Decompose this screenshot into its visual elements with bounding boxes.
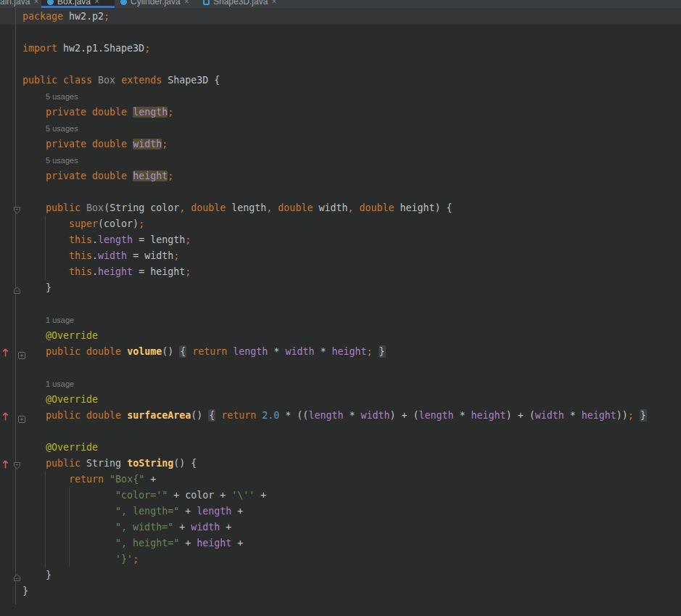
code-token-fld: length xyxy=(197,506,231,517)
code-token-def xyxy=(22,442,46,453)
code-token-def: = height xyxy=(133,266,185,277)
code-token-def xyxy=(22,107,46,118)
code-token-gray: Box xyxy=(86,202,104,213)
code-token-fldhl: width xyxy=(133,139,162,149)
code-token-def xyxy=(22,506,115,517)
code-token-def: } xyxy=(22,586,28,596)
close-icon[interactable]: × xyxy=(94,0,99,6)
override-arrow-icon[interactable] xyxy=(2,411,9,424)
code-token-fld: height xyxy=(582,410,616,421)
close-icon[interactable]: × xyxy=(33,0,38,6)
code-token-kw: ; xyxy=(185,234,191,245)
code-line[interactable]: ", length=" + length + xyxy=(22,504,243,520)
code-line[interactable]: '}'; xyxy=(22,551,139,567)
code-token-kw: import xyxy=(22,43,57,54)
code-line[interactable]: } xyxy=(22,583,28,599)
code-line[interactable]: ", width=" + width + xyxy=(22,520,231,535)
code-line[interactable]: this.width = width; xyxy=(22,248,179,264)
java-abstract-class-icon xyxy=(203,0,210,5)
code-line[interactable]: private double width; xyxy=(22,136,168,152)
tab-cylinder-java[interactable]: Cylinder.java × xyxy=(115,0,197,8)
code-token-kw: ; xyxy=(628,410,634,421)
code-token-kw: ; xyxy=(104,11,110,22)
code-line[interactable]: ", height=" + height + xyxy=(22,535,243,551)
code-token-def xyxy=(115,75,121,86)
usages-inlay-hint[interactable]: 5 usages xyxy=(46,89,78,104)
code-token-def: . xyxy=(92,234,98,245)
code-token-kw: ; xyxy=(168,107,173,118)
tab-box-java[interactable]: Box.java × xyxy=(41,0,115,8)
code-line[interactable]: private double height; xyxy=(22,168,173,184)
code-token-kw: extends xyxy=(121,75,162,86)
code-line[interactable]: import hw2.p1.Shape3D; xyxy=(22,41,150,57)
java-class-icon xyxy=(47,0,54,5)
code-token-def: + xyxy=(173,522,191,533)
code-token-def: height) { xyxy=(395,202,453,213)
code-token-fold: } xyxy=(379,345,386,358)
code-line[interactable]: private double length; xyxy=(22,104,173,120)
code-token-fld: height xyxy=(98,266,133,277)
code-token-fldhl: length xyxy=(133,107,168,118)
code-line[interactable]: public double surfaceArea() { return 2.0… xyxy=(22,408,647,424)
code-token-def: + xyxy=(231,506,243,517)
code-token-def xyxy=(22,250,69,261)
code-editor[interactable]: package hw2.p2;import hw2.p1.Shape3D;pub… xyxy=(0,8,681,616)
code-token-fold: { xyxy=(208,409,215,422)
code-token-kw: ; xyxy=(133,554,139,564)
tab-shape3d-java[interactable]: Shape3D.java × xyxy=(197,0,284,8)
tab-label: ain.java xyxy=(0,0,30,7)
code-token-def xyxy=(373,346,379,357)
code-line[interactable]: @Override xyxy=(22,440,98,456)
usages-inlay-hint[interactable]: 5 usages xyxy=(46,120,78,136)
code-token-def: () xyxy=(162,346,179,357)
code-token-def: () { xyxy=(173,458,197,469)
code-token-fldhl: height xyxy=(133,171,168,181)
code-line[interactable]: public class Box extends Shape3D { xyxy=(22,73,220,89)
usages-inlay-hint[interactable]: 1 usage xyxy=(46,376,74,392)
code-token-mtd: toString xyxy=(127,458,173,469)
code-token-kw: double xyxy=(191,202,226,213)
code-token-def xyxy=(22,538,115,549)
code-token-str: "Box{" xyxy=(110,474,144,485)
code-line[interactable]: package hw2.p2; xyxy=(22,9,110,25)
override-arrow-icon[interactable] xyxy=(2,459,9,472)
code-token-mtd: surfaceArea xyxy=(127,410,191,421)
code-token-def xyxy=(22,346,46,357)
usages-inlay-hint[interactable]: 1 usage xyxy=(46,312,74,328)
code-token-def xyxy=(92,75,98,86)
code-line[interactable]: "color='" + color + '\'' + xyxy=(22,488,266,504)
code-token-kw: public double xyxy=(46,346,121,357)
close-icon[interactable]: × xyxy=(184,0,189,6)
fold-start-icon[interactable] xyxy=(13,459,21,473)
code-line[interactable]: return "Box{" + xyxy=(22,472,156,488)
code-token-def: hw2.p2 xyxy=(63,11,104,22)
code-token-def xyxy=(127,139,133,149)
fold-start-icon[interactable] xyxy=(13,204,21,218)
code-line[interactable]: super(color); xyxy=(22,216,144,232)
code-line[interactable]: @Override xyxy=(22,328,98,344)
code-token-fld: width xyxy=(98,250,127,261)
code-line[interactable]: @Override xyxy=(22,392,98,408)
code-token-fld: height xyxy=(471,410,506,421)
code-line[interactable]: } xyxy=(22,280,51,296)
code-token-kw: return xyxy=(69,474,104,485)
code-line[interactable]: this.length = length; xyxy=(22,232,191,248)
code-token-kw: package xyxy=(22,11,63,22)
usages-inlay-hint[interactable]: 5 usages xyxy=(46,152,78,168)
code-token-def: * xyxy=(343,410,360,421)
code-token-kw: public class xyxy=(22,75,92,86)
code-line[interactable]: public Box(String color, double length, … xyxy=(22,200,453,216)
code-line[interactable]: } xyxy=(22,567,51,583)
override-arrow-icon[interactable] xyxy=(2,347,9,361)
code-line[interactable]: this.height = height; xyxy=(22,264,191,280)
code-token-num: 2.0 xyxy=(262,410,279,421)
code-line[interactable]: public double volume() { return length *… xyxy=(22,344,386,360)
fold-end-icon[interactable] xyxy=(13,284,21,297)
code-line[interactable]: public String toString() { xyxy=(22,456,197,472)
code-token-def xyxy=(22,474,69,485)
code-token-fold: { xyxy=(179,345,186,358)
close-icon[interactable]: × xyxy=(271,0,276,6)
tab-label: Shape3D.java xyxy=(213,0,268,7)
fold-end-icon[interactable] xyxy=(13,571,21,585)
tab-main-java[interactable]: ain.java × xyxy=(0,0,41,8)
